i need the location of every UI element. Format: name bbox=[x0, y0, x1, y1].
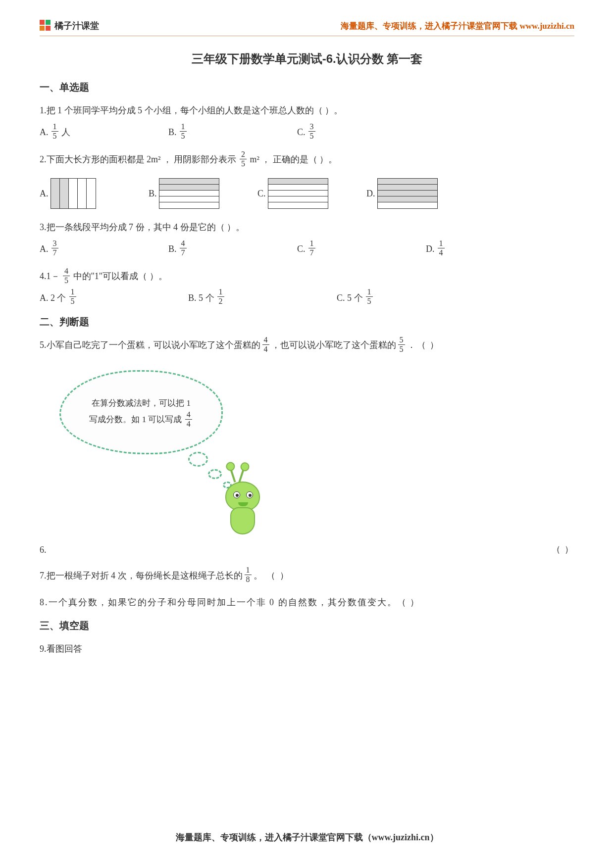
fraction-icon: 44 bbox=[185, 411, 192, 428]
fraction-icon: 47 bbox=[180, 240, 187, 257]
fraction-icon: 15 bbox=[51, 123, 58, 140]
answer-blank[interactable]: 。 （ ） bbox=[254, 566, 290, 586]
header-tagline: 海量题库、专项训练，进入橘子汁课堂官网下载 www.juzizhi.cn bbox=[341, 20, 574, 32]
fraction-icon: 18 bbox=[245, 566, 252, 583]
q6-illustration: 在算分数减法时，可以把 1 写成分数。如 1 可以写成 44 bbox=[40, 365, 277, 538]
q2-option-a[interactable]: A. bbox=[40, 178, 149, 209]
page-header: 橘子汁课堂 海量题库、专项训练，进入橘子汁课堂官网下载 www.juzizhi.… bbox=[40, 20, 574, 36]
q1-options: A. 15 人 B. 15 C. 35 bbox=[40, 124, 574, 141]
fraction-icon: 12 bbox=[217, 288, 224, 305]
fraction-icon: 37 bbox=[51, 240, 58, 257]
mascot-icon bbox=[213, 467, 272, 541]
q7-stem: 7.把一根绳子对折 4 次，每份绳长是这根绳子总长的 18 。 （ ） bbox=[40, 566, 574, 586]
section-3-heading: 三、填空题 bbox=[40, 619, 574, 632]
diagram-icon bbox=[377, 178, 438, 209]
section-1-heading: 一、单选题 bbox=[40, 81, 574, 94]
q4-option-c[interactable]: C. 5 个 15 bbox=[337, 289, 465, 306]
q2-options: A. B. C. D. bbox=[40, 178, 574, 209]
fraction-icon: 15 bbox=[180, 123, 187, 140]
brand-name: 橘子汁课堂 bbox=[54, 20, 99, 32]
answer-blank[interactable]: （ ） bbox=[552, 543, 575, 555]
q4-stem: 4.1－ 45 中的"1"可以看成（ ）。 bbox=[40, 267, 574, 287]
q4-options: A. 2 个 15 B. 5 个 12 C. 5 个 15 bbox=[40, 289, 574, 306]
q5-stem: 5.小军自己吃完了一个蛋糕，可以说小军吃了这个蛋糕的 44 ，也可以说小军吃了这… bbox=[40, 336, 574, 355]
q1-option-c[interactable]: C. 35 bbox=[297, 124, 426, 141]
fraction-icon: 15 bbox=[69, 288, 76, 305]
fraction-icon: 25 bbox=[240, 150, 247, 168]
q3-option-b[interactable]: B. 47 bbox=[168, 241, 297, 258]
q6-stem: 6. （ ） bbox=[40, 543, 574, 555]
q2-option-c[interactable]: C. bbox=[257, 178, 366, 209]
section-2-heading: 二、判断题 bbox=[40, 315, 574, 329]
q4-option-a[interactable]: A. 2 个 15 bbox=[40, 289, 188, 306]
q3-option-d[interactable]: D. 14 bbox=[426, 241, 525, 258]
page-title: 三年级下册数学单元测试-6.认识分数 第一套 bbox=[40, 51, 574, 67]
fraction-icon: 44 bbox=[262, 336, 269, 353]
q3-options: A. 37 B. 47 C. 17 D. 14 bbox=[40, 241, 574, 258]
speech-cloud: 在算分数减法时，可以把 1 写成分数。如 1 可以写成 44 bbox=[59, 370, 223, 454]
diagram-icon bbox=[159, 178, 219, 209]
answer-blank[interactable]: ．（ ） bbox=[407, 336, 440, 355]
diagram-icon bbox=[268, 178, 328, 209]
fraction-icon: 35 bbox=[308, 123, 315, 140]
cloud-tail-icon bbox=[188, 452, 208, 467]
q1-option-b[interactable]: B. 15 bbox=[168, 124, 297, 141]
fraction-icon: 15 bbox=[366, 288, 373, 305]
q3-stem: 3.把一条线段平均分成 7 份，其中 4 份是它的（ ）。 bbox=[40, 218, 574, 238]
logo-icon bbox=[40, 20, 51, 32]
q1-stem: 1.把 1 个班同学平均分成 5 个小组，每个小组的人数是这个班总人数的（ ）。 bbox=[40, 101, 574, 121]
q3-option-a[interactable]: A. 37 bbox=[40, 241, 168, 258]
fraction-icon: 55 bbox=[398, 336, 405, 353]
q3-option-c[interactable]: C. 17 bbox=[297, 241, 426, 258]
q2-stem: 2.下面大长方形的面积都是 2m² ， 用阴影部分表示 25 m² ， 正确的是… bbox=[40, 150, 574, 170]
brand-logo: 橘子汁课堂 bbox=[40, 20, 99, 32]
q9-stem: 9.看图回答 bbox=[40, 639, 574, 659]
answer-blank[interactable]: 8.一个真分数，如果它的分子和分母同时加上一个非 0 的自然数，其分数值变大。（… bbox=[40, 593, 420, 613]
page-footer: 海量题库、专项训练，进入橘子汁课堂官网下载（www.juzizhi.cn） bbox=[0, 831, 614, 843]
fraction-icon: 45 bbox=[63, 267, 70, 285]
q8-stem: 8.一个真分数，如果它的分子和分母同时加上一个非 0 的自然数，其分数值变大。（… bbox=[40, 593, 574, 613]
q2-option-b[interactable]: B. bbox=[149, 178, 257, 209]
fraction-icon: 14 bbox=[438, 240, 445, 257]
q4-option-b[interactable]: B. 5 个 12 bbox=[188, 289, 337, 306]
q1-option-a[interactable]: A. 15 人 bbox=[40, 124, 168, 141]
q2-option-d[interactable]: D. bbox=[366, 178, 465, 209]
fraction-icon: 17 bbox=[308, 240, 315, 257]
diagram-icon bbox=[51, 178, 96, 209]
